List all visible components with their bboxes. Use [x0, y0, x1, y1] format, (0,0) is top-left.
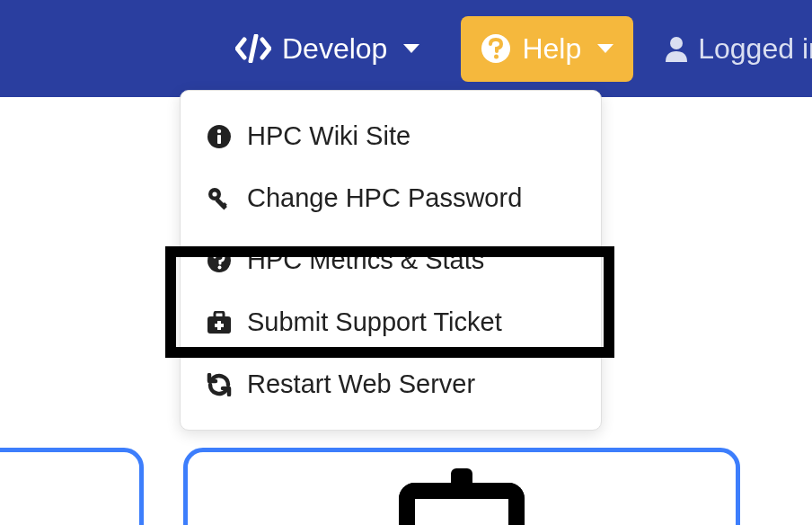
briefcase-icon: [399, 483, 525, 525]
help-label: Help: [522, 32, 581, 66]
question-circle-icon: [206, 249, 233, 272]
develop-label: Develop: [282, 32, 387, 66]
svg-rect-5: [217, 135, 221, 144]
chevron-down-icon: [403, 44, 419, 53]
user-icon: [664, 35, 689, 62]
logged-in-label: Logged in a: [698, 32, 812, 66]
help-dropdown-menu: HPC Wiki Site Change HPC Password HPC Me…: [180, 90, 602, 431]
medkit-icon: [206, 311, 233, 334]
svg-point-4: [217, 129, 221, 132]
dropdown-item-support-ticket[interactable]: Submit Support Ticket: [181, 291, 601, 353]
svg-point-1: [494, 55, 499, 59]
dashboard-card[interactable]: [0, 448, 144, 525]
dropdown-item-wiki[interactable]: HPC Wiki Site: [181, 105, 601, 167]
dropdown-item-label: HPC Wiki Site: [247, 121, 410, 151]
dashboard-card[interactable]: [183, 448, 740, 525]
dropdown-item-label: Change HPC Password: [247, 183, 522, 213]
svg-rect-15: [215, 324, 224, 327]
chevron-down-icon: [597, 44, 613, 53]
svg-rect-13: [215, 312, 224, 318]
navbar: Develop Help Logged in a: [0, 0, 812, 97]
dropdown-item-label: Restart Web Server: [247, 369, 475, 399]
svg-point-11: [218, 265, 222, 269]
dropdown-item-metrics[interactable]: HPC Metrics & Stats: [181, 229, 601, 291]
logged-in-status[interactable]: Logged in a: [664, 32, 812, 66]
help-dropdown[interactable]: Help: [461, 16, 633, 82]
dropdown-item-label: Submit Support Ticket: [247, 307, 502, 337]
dropdown-item-label: HPC Metrics & Stats: [247, 245, 484, 275]
question-circle-icon: [481, 33, 511, 64]
sync-icon: [206, 373, 233, 396]
dropdown-item-password[interactable]: Change HPC Password: [181, 167, 601, 229]
svg-point-7: [212, 191, 216, 196]
dropdown-item-restart[interactable]: Restart Web Server: [181, 353, 601, 415]
develop-dropdown[interactable]: Develop: [216, 16, 439, 82]
key-icon: [206, 186, 233, 211]
svg-point-2: [670, 37, 683, 49]
info-circle-icon: [206, 125, 233, 148]
code-icon: [235, 34, 271, 63]
